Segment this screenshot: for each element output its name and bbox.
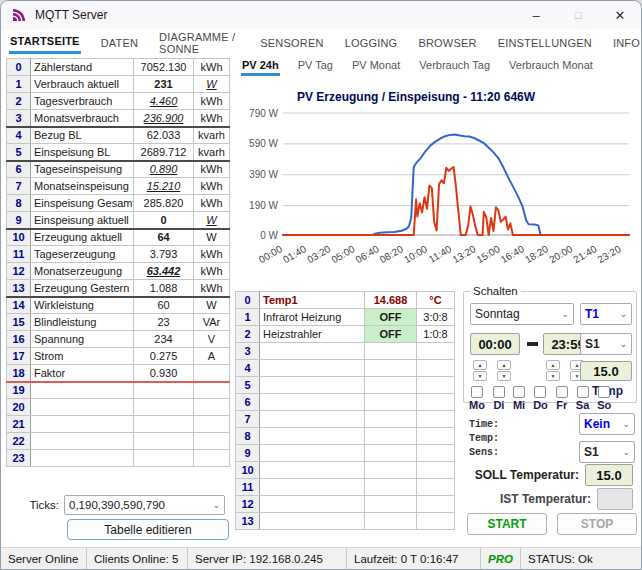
row-number-cell: 8 <box>236 428 260 445</box>
row-unit-cell: V <box>194 331 230 348</box>
device-state-cell <box>365 428 417 445</box>
minute-from-spinner: ▲ ▼ <box>497 360 511 381</box>
row-value-cell <box>134 382 194 399</box>
menu-item-daten[interactable]: DATEN <box>100 32 139 53</box>
menu-item-sensoren[interactable]: SENSOREN <box>259 32 324 53</box>
day-checkbox-col: Sa <box>576 386 589 411</box>
x-axis-tick-label: 03:20 <box>305 243 333 265</box>
device-label-cell <box>260 445 365 462</box>
row-label-cell: Einspeisung aktuell <box>31 212 134 229</box>
day-checkbox-di[interactable] <box>493 386 505 398</box>
device-state-cell: 14.688 <box>365 292 417 309</box>
stop-button[interactable]: STOP <box>557 513 637 535</box>
row-number-cell: 13 <box>236 513 260 530</box>
day-label-do: Do <box>533 399 548 411</box>
device-table: 0Temp114.688°C1Infrarot HeizungOFF3:0:82… <box>235 291 455 530</box>
x-axis-tick-label: 23:20 <box>596 243 624 265</box>
time-mode-dropdown[interactable]: Kein ⌄ <box>579 413 635 435</box>
row-number-cell: 11 <box>7 246 31 263</box>
x-axis-tick-label: 05:00 <box>329 243 357 265</box>
table-row: 21 <box>7 416 230 433</box>
row-unit-cell: kWh <box>194 59 230 76</box>
menu-item-einstellungen[interactable]: EINSTELLUNGEN <box>497 32 593 53</box>
chart-tab-pv-monat[interactable]: PV Monat <box>351 56 401 76</box>
chart-tab-pv-24h[interactable]: PV 24h <box>241 56 280 76</box>
soll-temp-field[interactable]: 15.0 <box>585 464 633 486</box>
ist-temp-label: IST Temperatur: <box>463 492 591 506</box>
row-value-cell: 2689.712 <box>134 144 194 161</box>
start-button[interactable]: START <box>467 513 547 535</box>
close-button[interactable]: ✕ <box>599 1 641 29</box>
menu-item-startseite[interactable]: STARTSEITE <box>9 30 81 54</box>
row-unit-cell: kvarh <box>194 144 230 161</box>
device-label-cell: Temp1 <box>260 292 365 309</box>
menu-item-diagramme-sonne[interactable]: DIAGRAMME / SONNE <box>158 26 240 59</box>
day-dropdown[interactable]: Sonntag ⌄ <box>470 303 574 325</box>
chart-tab-verbrauch-tag[interactable]: Verbrauch Tag <box>418 56 491 76</box>
row-number-cell: 5 <box>7 144 31 161</box>
table-row: 4Bezug BL62.033kvarh <box>7 127 230 144</box>
row-number-cell: 1 <box>7 76 31 93</box>
time-from-field[interactable]: 00:00 <box>470 333 520 355</box>
spinner-up-button[interactable]: ▲ <box>497 360 511 370</box>
ticks-dropdown[interactable]: 0,190,390,590,790 ⌄ <box>64 495 225 515</box>
row-value-cell: 60 <box>134 297 194 314</box>
sens-dropdown[interactable]: S1 ⌄ <box>579 441 635 463</box>
row-number-cell: 10 <box>236 462 260 479</box>
device-extra-cell <box>417 479 455 496</box>
day-checkbox-sa[interactable] <box>577 386 589 398</box>
title-bar: MQTT Server – □ ✕ <box>1 1 641 29</box>
row-label-cell: Bezug BL <box>31 127 134 144</box>
menu-item-logging[interactable]: LOGGING <box>344 32 399 53</box>
row-number-cell: 16 <box>7 331 31 348</box>
status-item-laufzeit: Laufzeit: 0 T 0:16:47 <box>347 548 481 569</box>
x-axis-tick-label: 21:40 <box>571 243 599 265</box>
device-state-cell <box>365 513 417 530</box>
time-range-dash <box>527 342 538 346</box>
table-edit-button[interactable]: Tabelle editieren <box>67 519 229 540</box>
row-number-cell: 10 <box>7 229 31 246</box>
chart-tab-pv-tag[interactable]: PV Tag <box>297 56 334 76</box>
ticks-row: Ticks: 0,190,390,590,790 ⌄ <box>6 495 229 515</box>
row-value-cell: 64 <box>134 229 194 246</box>
day-checkbox-mo[interactable] <box>471 386 483 398</box>
spinner-down-button[interactable]: ▼ <box>497 371 511 381</box>
row-number-cell: 6 <box>7 161 31 178</box>
chart-tab-verbrauch-monat[interactable]: Verbrauch Monat <box>508 56 594 76</box>
device-row: 0Temp114.688°C <box>236 292 455 309</box>
maximize-button[interactable]: □ <box>557 1 599 29</box>
day-label-di: Di <box>493 399 504 411</box>
row-number-cell: 0 <box>236 292 260 309</box>
device-state-cell[interactable]: OFF <box>365 326 417 343</box>
schalten-temp-field[interactable]: 15.0 <box>580 361 632 381</box>
day-checkbox-so[interactable] <box>598 386 610 398</box>
spinner-up-button[interactable]: ▲ <box>473 360 487 370</box>
day-checkbox-mi[interactable] <box>513 386 525 398</box>
minimize-button[interactable]: – <box>515 1 557 29</box>
status-bar: Server OnlineClients Online: 5Server IP:… <box>1 547 641 569</box>
menu-item-browser[interactable]: BROWSER <box>417 32 477 53</box>
row-label-cell: Wirkleistung <box>31 297 134 314</box>
row-number-cell: 8 <box>7 195 31 212</box>
spinner-down-button[interactable]: ▼ <box>546 371 560 381</box>
spinner-up-button[interactable]: ▲ <box>546 360 560 370</box>
row-number-cell: 2 <box>236 326 260 343</box>
row-label-cell: Tagesverbrauch <box>31 93 134 110</box>
schalten-group: Schalten Sonntag ⌄ T1 ⌄ 00:00 23:59 S1 ⌄… <box>463 285 637 403</box>
day-checkbox-do[interactable] <box>534 386 546 398</box>
day-checkbox-fr[interactable] <box>556 386 568 398</box>
menu-item-info[interactable]: INFO <box>612 32 641 53</box>
time-mode-label: Time: <box>469 419 499 430</box>
timer-dropdown[interactable]: T1 ⌄ <box>580 303 632 325</box>
table-row: 8Einspeisung Gesamt285.820kWh <box>7 195 230 212</box>
device-state-cell[interactable]: OFF <box>365 309 417 326</box>
table-row: 20 <box>7 399 230 416</box>
row-value-cell: 0 <box>134 212 194 229</box>
y-axis-tick-label: 190 W <box>249 200 278 211</box>
row-unit-cell: kWh <box>194 161 230 178</box>
spinner-down-button[interactable]: ▼ <box>473 371 487 381</box>
sensor-dropdown[interactable]: S1 ⌄ <box>580 333 632 355</box>
row-value-cell <box>134 450 194 467</box>
row-unit-cell: kWh <box>194 263 230 280</box>
ticks-label: Ticks: <box>6 499 64 511</box>
